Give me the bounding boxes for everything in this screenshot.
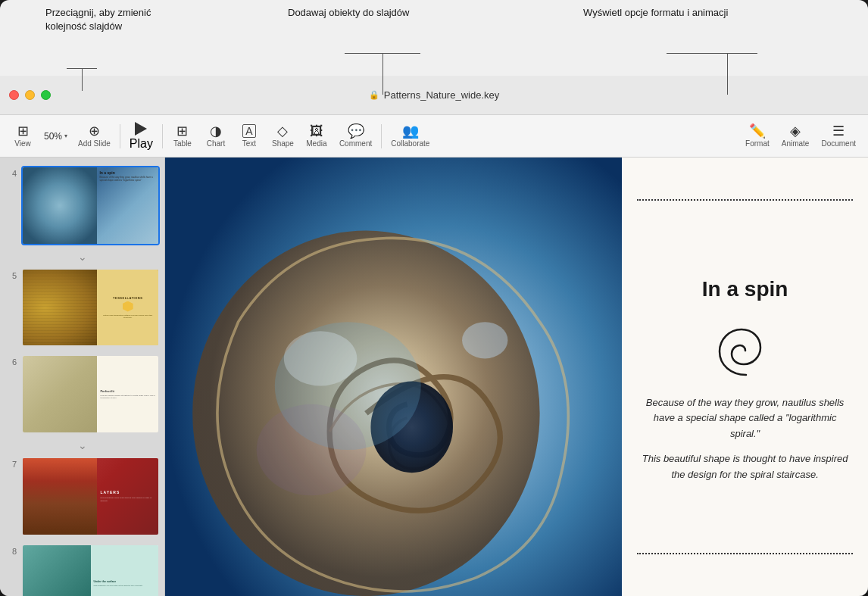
animate-icon: ◈: [790, 124, 801, 138]
annotation-right: Wyświetl opcje formatu i animacji: [583, 6, 728, 20]
slide-thumb-5[interactable]: TESSELLATIONS Nature uses tessellation p…: [21, 268, 160, 348]
animate-button[interactable]: ◈ Animate: [776, 121, 816, 151]
collapse-button-4[interactable]: [5, 251, 160, 263]
slide-text-panel: In a spin Because of the way they grow, …: [622, 158, 868, 596]
format-button[interactable]: ✏️ Format: [739, 121, 776, 151]
slide-item-4[interactable]: 4 In a spin Because of the way they grow…: [5, 164, 160, 248]
view-button[interactable]: ⊞ View: [6, 121, 39, 151]
add-slide-button[interactable]: ⊕ Add Slide: [72, 121, 117, 151]
slide-item-5[interactable]: 5 TESSELLATIONS Nature uses tessellation…: [5, 266, 160, 350]
media-button[interactable]: 🖼 Media: [300, 121, 333, 151]
minimize-button[interactable]: [25, 90, 35, 100]
main-content: 4 In a spin Because of the way they grow…: [0, 158, 868, 596]
dotted-line-top: [637, 199, 853, 201]
shape-button[interactable]: ◇ Shape: [266, 121, 300, 151]
separator-1: [120, 124, 120, 148]
slide-main-title: In a spin: [641, 277, 849, 301]
collaborate-icon: 👥: [402, 124, 419, 138]
slide-thumb-7[interactable]: LAYERS Rock formations show layers built…: [21, 457, 160, 536]
chart-icon: ◑: [210, 124, 222, 138]
spiral-icon: [641, 320, 849, 384]
text-button[interactable]: A Text: [233, 121, 266, 151]
zoom-chevron-icon: ▾: [64, 133, 67, 139]
media-icon: 🖼: [310, 124, 323, 138]
slide-body-2: This beautiful shape is thought to have …: [641, 451, 849, 483]
play-button[interactable]: Play: [123, 119, 159, 154]
annotation-middle: Dodawaj obiekty do slajdów: [288, 6, 409, 20]
traffic-lights: [9, 90, 51, 100]
titlebar: 🔒 Patterns_Nature_wide.key: [0, 76, 868, 115]
slide-thumb-4[interactable]: In a spin Because of the way they grow, …: [21, 166, 160, 245]
text-icon: A: [242, 124, 255, 138]
slide-panel[interactable]: 4 In a spin Because of the way they grow…: [0, 158, 165, 596]
collapse-button-6[interactable]: [5, 439, 160, 451]
add-slide-icon: ⊕: [89, 124, 100, 138]
table-icon: ⊞: [176, 124, 188, 138]
separator-2: [162, 124, 163, 148]
view-icon: ⊞: [17, 124, 29, 138]
chart-button[interactable]: ◑ Chart: [199, 121, 233, 151]
separator-3: [381, 124, 382, 148]
play-icon: [135, 122, 147, 136]
slide-thumb-6[interactable]: Perfect fit How are smaller shapes fit t…: [21, 354, 160, 434]
svg-point-5: [284, 331, 358, 385]
zoom-control[interactable]: 50% ▾: [39, 128, 72, 145]
comment-icon: 💬: [348, 124, 364, 138]
svg-point-6: [462, 322, 507, 358]
slide-item-6[interactable]: 6 Perfect fit How are smaller shapes fit…: [5, 352, 160, 436]
slide-canvas[interactable]: In a spin Because of the way they grow, …: [165, 158, 868, 596]
document-button[interactable]: ☰ Document: [815, 121, 862, 151]
slide-image: [165, 158, 622, 596]
slide-item-7[interactable]: 7 LAYERS Rock formations show layers bui…: [5, 454, 160, 538]
shape-icon: ◇: [277, 124, 288, 138]
window-title: 🔒 Patterns_Nature_wide.key: [369, 89, 499, 101]
dotted-line-bottom: [637, 553, 853, 554]
collaborate-button[interactable]: 👥 Collaborate: [385, 121, 436, 151]
slide-item-8[interactable]: 8 Under the surface When sedimentary roc…: [5, 541, 160, 596]
table-button[interactable]: ⊞ Table: [166, 121, 199, 151]
close-button[interactable]: [9, 90, 19, 100]
document-icon: ☰: [832, 124, 845, 138]
svg-point-4: [257, 404, 367, 496]
application-window: Przeciągnij, aby zmienić kolejność slajd…: [0, 0, 868, 596]
slide-thumb-8[interactable]: Under the surface When sedimentary rock …: [21, 544, 160, 596]
maximize-button[interactable]: [41, 90, 51, 100]
toolbar: ⊞ View 50% ▾ ⊕ Add Slide Play ⊞ Table ◑ …: [0, 115, 868, 158]
format-icon: ✏️: [749, 124, 766, 138]
comment-button[interactable]: 💬 Comment: [333, 121, 378, 151]
canvas-area: In a spin Because of the way they grow, …: [165, 158, 868, 596]
annotation-left: Przeciągnij, aby zmienić kolejność slajd…: [45, 6, 151, 33]
slide-body-1: Because of the way they grow, nautilus s…: [641, 395, 849, 442]
lock-icon: 🔒: [369, 90, 379, 100]
